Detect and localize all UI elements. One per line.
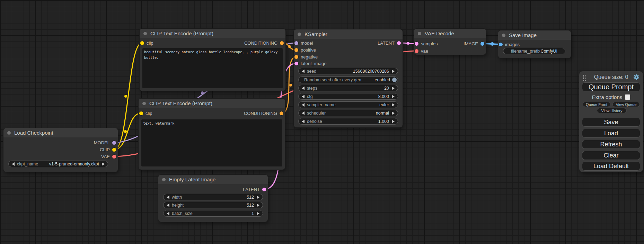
node-clip-text-encode-negative[interactable]: CLIP Text Encode (Prompt) clip CONDITION… [139, 99, 285, 170]
decrement-arrow-icon[interactable] [302, 120, 305, 123]
prompt-textarea[interactable]: text, watermark [141, 119, 282, 166]
decrement-arrow-icon[interactable] [302, 95, 305, 98]
steps-stepper[interactable]: steps 20 [298, 85, 398, 91]
prompt-textarea[interactable]: beautiful scenery nature glass bottle la… [142, 48, 283, 88]
increment-arrow-icon[interactable] [257, 212, 259, 215]
toggle-circle-icon[interactable] [392, 78, 397, 82]
model-port-dot[interactable] [112, 141, 116, 145]
node-empty-latent-image[interactable]: Empty Latent Image LATENT width 512 heig… [158, 175, 268, 222]
scheduler-combo[interactable]: scheduler normal [298, 110, 398, 116]
load-default-button[interactable]: Load Default [582, 162, 640, 171]
increment-arrow-icon[interactable] [392, 70, 395, 73]
link-midpoint-dot[interactable] [289, 84, 292, 87]
collapse-dot-icon[interactable] [143, 32, 147, 35]
latent-port-dot[interactable] [397, 41, 401, 45]
decrement-arrow-icon[interactable] [302, 103, 305, 107]
collapse-dot-icon[interactable] [502, 34, 505, 37]
conditioning-port-dot[interactable] [280, 111, 283, 115]
latent-port-dot[interactable] [294, 62, 298, 65]
widget-label: height [172, 203, 184, 208]
random-seed-toggle[interactable]: Random seed after every gen enabled [298, 76, 398, 83]
clip-port-dot[interactable] [112, 148, 116, 152]
collapse-dot-icon[interactable] [7, 131, 11, 135]
widget-value: 8.000 [378, 94, 389, 99]
node-header[interactable]: Load Checkpoint [3, 128, 118, 137]
node-load-checkpoint[interactable]: Load Checkpoint MODEL CLIP VAE ckpt_name… [3, 128, 118, 172]
collapse-dot-icon[interactable] [418, 32, 421, 35]
node-header[interactable]: Empty Latent Image [158, 175, 268, 184]
queue-panel: Queue size: 0 Queue Prompt Extra options… [579, 71, 643, 172]
link-midpoint-dot[interactable] [288, 45, 291, 48]
filename-prefix-field[interactable]: filename_prefix ComfyUI [503, 48, 565, 54]
link-midpoint-dot[interactable] [124, 95, 127, 98]
vae-port-dot[interactable] [112, 155, 116, 159]
image-port-dot[interactable] [480, 42, 484, 46]
node-ksampler[interactable]: KSampler model positive negative latent_… [294, 29, 403, 127]
height-stepper[interactable]: height 512 [163, 202, 263, 208]
link-midpoint-dot[interactable] [201, 91, 204, 94]
decrement-arrow-icon[interactable] [302, 87, 305, 90]
conditioning-port-dot[interactable] [280, 41, 284, 45]
node-header[interactable]: VAE Decode [414, 29, 486, 38]
view-history-button[interactable]: View History [597, 108, 627, 113]
node-clip-text-encode-positive[interactable]: CLIP Text Encode (Prompt) clip CONDITION… [140, 29, 285, 91]
link-midpoint-dot[interactable] [491, 42, 494, 46]
node-header[interactable]: Save Image [498, 30, 571, 40]
image-port-dot[interactable] [499, 43, 503, 46]
view-queue-button[interactable]: View Queue [612, 102, 640, 107]
load-button[interactable]: Load [582, 129, 640, 138]
ckpt-name-combo[interactable]: ckpt_name v1-5-pruned-emaonly.ckpt [8, 161, 108, 167]
increment-arrow-icon[interactable] [257, 196, 259, 199]
input-port-negative: negative [294, 53, 318, 60]
conditioning-port-dot[interactable] [294, 48, 298, 52]
increment-arrow-icon[interactable] [392, 111, 395, 115]
seed-stepper[interactable]: seed 156680208700286 [298, 68, 398, 74]
increment-arrow-icon[interactable] [257, 204, 259, 207]
link-midpoint-dot[interactable] [124, 130, 127, 133]
node-header[interactable]: KSampler [294, 29, 403, 39]
widget-label: steps [307, 86, 317, 91]
increment-arrow-icon[interactable] [392, 120, 395, 123]
increment-arrow-icon[interactable] [392, 103, 395, 107]
sampler-name-combo[interactable]: sampler_name euler [298, 101, 398, 108]
queue-prompt-button[interactable]: Queue Prompt [582, 82, 640, 91]
node-save-image[interactable]: Save Image images filename_prefix ComfyU… [498, 30, 571, 58]
refresh-button[interactable]: Refresh [582, 140, 640, 149]
clip-port-dot[interactable] [139, 111, 143, 115]
decrement-arrow-icon[interactable] [302, 70, 305, 73]
increment-arrow-icon[interactable] [102, 162, 105, 166]
node-header[interactable]: CLIP Text Encode (Prompt) [140, 29, 285, 38]
save-button[interactable]: Save [582, 118, 640, 127]
decrement-arrow-icon[interactable] [167, 212, 169, 215]
decrement-arrow-icon[interactable] [302, 111, 305, 115]
collapse-dot-icon[interactable] [142, 102, 146, 105]
vae-port-dot[interactable] [415, 49, 418, 53]
decrement-arrow-icon[interactable] [167, 204, 169, 207]
link-clip-to-negative-encoder [114, 113, 141, 150]
queue-front-button[interactable]: Queue Front [583, 102, 610, 107]
decrement-arrow-icon[interactable] [167, 196, 169, 199]
increment-arrow-icon[interactable] [392, 87, 395, 90]
increment-arrow-icon[interactable] [392, 95, 395, 98]
port-label: clip [145, 111, 152, 116]
link-midpoint-dot[interactable] [407, 42, 409, 45]
latent-port-dot[interactable] [415, 42, 418, 46]
extra-options-checkbox[interactable] [625, 94, 630, 100]
decrement-arrow-icon[interactable] [12, 162, 15, 166]
clear-button[interactable]: Clear [582, 151, 640, 160]
node-title: Save Image [509, 32, 537, 38]
batch-size-stepper[interactable]: batch_size 1 [163, 210, 263, 217]
node-vae-decode[interactable]: VAE Decode samples vae IMAGE [414, 29, 486, 55]
collapse-dot-icon[interactable] [298, 33, 301, 36]
collapse-dot-icon[interactable] [162, 178, 166, 181]
width-stepper[interactable]: width 512 [163, 194, 263, 200]
conditioning-port-dot[interactable] [294, 55, 298, 59]
node-header[interactable]: CLIP Text Encode (Prompt) [139, 99, 285, 108]
cfg-stepper[interactable]: cfg 8.000 [298, 93, 398, 100]
settings-gear-icon[interactable] [633, 73, 640, 81]
clip-port-dot[interactable] [140, 41, 144, 45]
port-label: clip [147, 40, 153, 46]
latent-port-dot[interactable] [262, 188, 266, 191]
denoise-stepper[interactable]: denoise 1.000 [298, 118, 398, 125]
model-port-dot[interactable] [294, 41, 298, 45]
